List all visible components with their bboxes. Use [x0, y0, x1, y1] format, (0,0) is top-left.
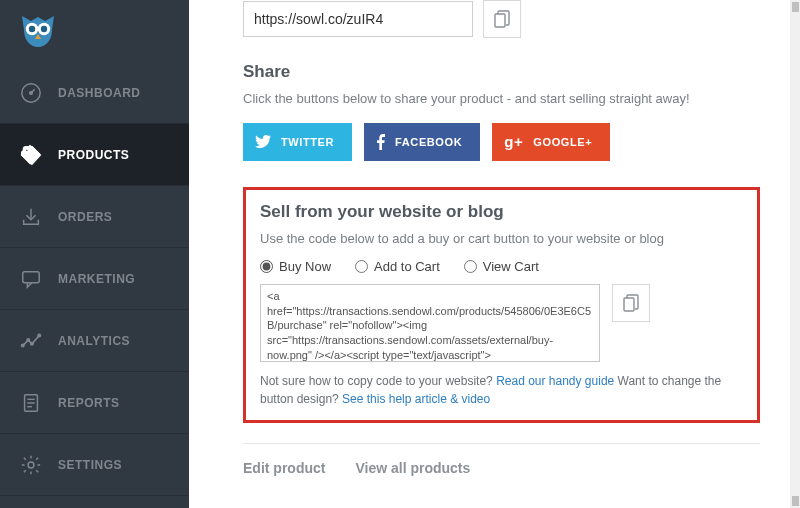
- share-label: GOOGLE+: [533, 136, 592, 148]
- sidebar-item-products[interactable]: PRODUCTS: [0, 124, 189, 186]
- svg-rect-18: [624, 298, 634, 311]
- svg-point-2: [29, 26, 35, 32]
- link-read-guide[interactable]: Read our handy guide: [496, 374, 614, 388]
- sell-heading: Sell from your website or blog: [260, 202, 743, 222]
- view-all-products-link[interactable]: View all products: [355, 460, 470, 476]
- radio-buy-now-input[interactable]: [260, 260, 273, 273]
- sidebar-item-orders[interactable]: ORDERS: [0, 186, 189, 248]
- sidebar: DASHBOARD PRODUCTS ORDERS: [0, 0, 189, 508]
- nav-label: ANALYTICS: [58, 334, 130, 348]
- nav-label: DASHBOARD: [58, 86, 141, 100]
- radio-add-to-cart[interactable]: Add to Cart: [355, 259, 440, 274]
- edit-product-link[interactable]: Edit product: [243, 460, 325, 476]
- share-label: FACEBOOK: [395, 136, 462, 148]
- svg-point-10: [31, 342, 33, 344]
- share-label: TWITTER: [281, 136, 334, 148]
- svg-point-9: [27, 338, 29, 340]
- product-url-input[interactable]: [243, 1, 473, 37]
- share-twitter-button[interactable]: TWITTER: [243, 123, 352, 161]
- sidebar-item-settings[interactable]: SETTINGS: [0, 434, 189, 496]
- svg-rect-17: [495, 14, 505, 27]
- sell-subtext: Use the code below to add a buy or cart …: [260, 230, 743, 249]
- share-google-button[interactable]: g+ GOOGLE+: [492, 123, 610, 161]
- sidebar-item-reports[interactable]: REPORTS: [0, 372, 189, 434]
- twitter-icon: [255, 135, 271, 149]
- radio-add-to-cart-input[interactable]: [355, 260, 368, 273]
- gauge-icon: [20, 82, 42, 104]
- radio-buy-now[interactable]: Buy Now: [260, 259, 331, 274]
- tag-icon: [20, 144, 42, 166]
- svg-point-3: [41, 26, 47, 32]
- share-subtext: Click the buttons below to share your pr…: [243, 90, 760, 109]
- copy-url-button[interactable]: [483, 0, 521, 38]
- sell-section-highlight: Sell from your website or blog Use the c…: [243, 187, 760, 423]
- radio-view-cart[interactable]: View Cart: [464, 259, 539, 274]
- share-heading: Share: [243, 62, 760, 82]
- svg-point-16: [28, 462, 34, 468]
- product-url-row: [243, 0, 760, 38]
- helper-text: Not sure how to copy code to your websit…: [260, 372, 743, 408]
- nav-label: SETTINGS: [58, 458, 122, 472]
- report-icon: [20, 392, 42, 414]
- embed-code-textarea[interactable]: <a href="https://transactions.sendowl.co…: [260, 284, 600, 362]
- svg-point-8: [22, 344, 24, 346]
- nav-label: ORDERS: [58, 210, 112, 224]
- nav-list: DASHBOARD PRODUCTS ORDERS: [0, 62, 189, 496]
- chat-icon: [20, 268, 42, 290]
- scroll-arrow-up-icon: [792, 2, 799, 12]
- copy-code-button[interactable]: [612, 284, 650, 322]
- scroll-arrow-down-icon: [792, 496, 799, 506]
- owl-icon: [18, 12, 58, 50]
- copy-icon: [494, 10, 510, 28]
- sidebar-item-marketing[interactable]: MARKETING: [0, 248, 189, 310]
- copy-icon: [623, 294, 639, 312]
- facebook-icon: [376, 134, 385, 150]
- sidebar-item-dashboard[interactable]: DASHBOARD: [0, 62, 189, 124]
- google-plus-icon: g+: [504, 133, 523, 150]
- divider: [243, 443, 760, 444]
- nav-label: REPORTS: [58, 396, 120, 410]
- gear-icon: [20, 454, 42, 476]
- svg-rect-7: [23, 271, 40, 282]
- bottom-link-row: Edit product View all products: [243, 460, 760, 476]
- radio-view-cart-input[interactable]: [464, 260, 477, 273]
- svg-point-6: [25, 148, 28, 151]
- sidebar-item-analytics[interactable]: ANALYTICS: [0, 310, 189, 372]
- download-icon: [20, 206, 42, 228]
- window-scrollbar[interactable]: [790, 0, 800, 508]
- share-button-row: TWITTER FACEBOOK g+ GOOGLE+: [243, 123, 760, 161]
- main-content: Share Click the buttons below to share y…: [189, 0, 790, 508]
- button-type-radios: Buy Now Add to Cart View Cart: [260, 259, 743, 274]
- brand-logo[interactable]: [0, 0, 189, 62]
- svg-point-11: [38, 334, 40, 336]
- nav-label: MARKETING: [58, 272, 135, 286]
- analytics-icon: [20, 330, 42, 352]
- svg-point-5: [30, 91, 33, 94]
- nav-label: PRODUCTS: [58, 148, 129, 162]
- share-facebook-button[interactable]: FACEBOOK: [364, 123, 480, 161]
- link-design-help[interactable]: See this help article & video: [342, 392, 490, 406]
